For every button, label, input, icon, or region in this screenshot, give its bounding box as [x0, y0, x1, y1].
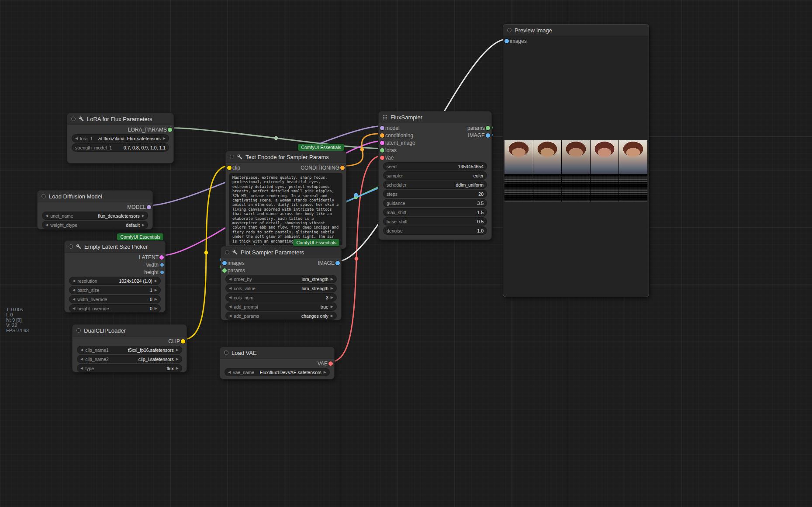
combo-next-icon[interactable]: ▶ [155, 298, 157, 301]
widget-scheduler[interactable]: scheduler ddim_uniform [383, 181, 487, 189]
output-port-vae[interactable] [328, 361, 333, 366]
widget-clip-name2[interactable]: ◀ clip_name2 clip_l.safetensors ▶ [77, 355, 182, 363]
node-header[interactable]: Plot Sampler Parameters [221, 247, 341, 258]
widget-max-shift[interactable]: max_shift 1.5 [383, 208, 487, 216]
node-header[interactable]: LoRA for Flux Parameters [67, 113, 173, 125]
widget-denoise[interactable]: denoise 1.0 [383, 226, 487, 235]
input-port-clip[interactable] [227, 166, 232, 170]
node-status-dot[interactable] [224, 351, 228, 355]
widget-guidance[interactable]: guidance 3.5 [383, 199, 487, 207]
prompt-textarea[interactable]: Masterpiece, extreme quality, sharp focu… [229, 173, 342, 245]
node-text-encode-for-sampler-params[interactable]: ComfyUI Essentials Text Encode for Sampl… [225, 151, 346, 249]
combo-next-icon[interactable]: ▶ [331, 296, 333, 299]
link-midpoint-dot[interactable] [354, 193, 358, 197]
combo-next-icon[interactable]: ▶ [324, 371, 326, 374]
combo-prev-icon[interactable]: ◀ [80, 358, 83, 361]
link-midpoint-dot[interactable] [274, 136, 278, 140]
combo-next-icon[interactable]: ▶ [331, 278, 333, 281]
combo-next-icon[interactable]: ▶ [155, 288, 157, 292]
node-status-dot[interactable] [71, 117, 76, 121]
node-header[interactable]: Load VAE [220, 347, 334, 359]
output-port-height[interactable] [160, 271, 164, 274]
combo-next-icon[interactable]: ▶ [331, 287, 333, 290]
combo-next-icon[interactable]: ▶ [176, 348, 179, 352]
combo-next-icon[interactable]: ▶ [331, 305, 333, 309]
output-port-conditioning[interactable] [340, 166, 345, 170]
node-status-dot[interactable] [69, 244, 73, 249]
output-port-params[interactable] [486, 126, 490, 130]
node-load-diffusion-model[interactable]: Load Diffusion Model MODEL ◀ unet_name f… [37, 190, 153, 229]
output-port-latent[interactable] [159, 255, 164, 260]
widget-type[interactable]: ◀ type flux ▶ [77, 364, 182, 372]
graph-canvas[interactable]: LoRA for Flux Parameters LORA_PARAMS ◀ l… [0, 0, 812, 507]
widget-seed[interactable]: seed 1454454654 [383, 162, 487, 170]
combo-next-icon[interactable]: ▶ [142, 223, 145, 227]
combo-prev-icon[interactable]: ◀ [229, 296, 232, 299]
node-header[interactable]: FluxSampler [379, 111, 491, 123]
input-port-vae[interactable] [380, 156, 384, 160]
node-header[interactable]: Preview Image [503, 24, 649, 36]
widget-unet-name[interactable]: ◀ unet_name flux_dev.safetensors ▶ [42, 212, 148, 220]
combo-next-icon[interactable]: ▶ [142, 214, 145, 218]
combo-prev-icon[interactable]: ◀ [229, 278, 232, 281]
link-midpoint-dot[interactable] [204, 251, 208, 255]
widget-strength-model-1[interactable]: strength_model_1 0.7, 0.8, 0.9, 1.0, 1.1 [72, 143, 169, 152]
combo-next-icon[interactable]: ▶ [155, 307, 157, 310]
node-fluxsampler[interactable]: FluxSampler model params conditioning IM… [378, 111, 492, 240]
widget-sampler[interactable]: sampler euler [383, 171, 487, 180]
input-port-params[interactable] [222, 268, 227, 273]
input-port-latent-image[interactable] [380, 141, 384, 145]
node-status-dot[interactable] [41, 194, 46, 198]
combo-next-icon[interactable]: ▶ [331, 314, 333, 318]
combo-prev-icon[interactable]: ◀ [73, 288, 75, 292]
node-dualcliploader[interactable]: DualCLIPLoader CLIP ◀ clip_name1 t5xxl_f… [72, 324, 187, 372]
node-status-dot[interactable] [225, 250, 229, 254]
combo-next-icon[interactable]: ▶ [155, 279, 157, 283]
node-header[interactable]: Text Encode for Sampler Params [226, 151, 346, 163]
widget-base-shift[interactable]: base_shift 0.5 [383, 217, 487, 226]
widget-clip-name1[interactable]: ◀ clip_name1 t5xxl_fp16.safetensors ▶ [77, 346, 182, 354]
widget-lora-1[interactable]: ◀ lora_1 zil flux\Zilaria_Flux.safetenso… [72, 134, 169, 142]
link-midpoint-dot[interactable] [360, 148, 364, 152]
combo-prev-icon[interactable]: ◀ [73, 279, 75, 283]
widget-vae-name[interactable]: ◀ vae_name Flux\flux1DevVAE.safetensors … [225, 368, 330, 376]
node-load-vae[interactable]: Load VAE VAE ◀ vae_name Flux\flux1DevVAE… [220, 347, 335, 379]
output-port-lora-params[interactable] [168, 128, 172, 132]
combo-prev-icon[interactable]: ◀ [45, 223, 48, 227]
node-status-dot[interactable] [507, 28, 511, 32]
combo-prev-icon[interactable]: ◀ [80, 348, 83, 352]
widget-add-params[interactable]: ◀ add_params changes only ▶ [225, 312, 337, 320]
node-header[interactable]: Load Diffusion Model [38, 191, 152, 202]
widget-resolution[interactable]: ◀ resolution 1024x1024 (1.0) ▶ [69, 277, 161, 285]
node-empty-latent-size-picker[interactable]: ComfyUI Essentials Empty Latent Size Pic… [64, 240, 166, 313]
combo-prev-icon[interactable]: ◀ [229, 314, 232, 318]
combo-prev-icon[interactable]: ◀ [80, 367, 83, 370]
node-preview-image[interactable]: Preview Image images [503, 24, 649, 297]
link-midpoint-dot[interactable] [354, 195, 358, 199]
combo-prev-icon[interactable]: ◀ [45, 214, 48, 218]
combo-next-icon[interactable]: ▶ [176, 358, 179, 361]
combo-prev-icon[interactable]: ◀ [73, 307, 75, 310]
widget-order-by[interactable]: ◀ order_by lora_strength ▶ [225, 275, 337, 283]
widget-batch-size[interactable]: ◀ batch_size 1 ▶ [69, 286, 161, 294]
output-port-clip[interactable] [181, 339, 185, 344]
input-port-model[interactable] [380, 126, 384, 130]
output-port-image[interactable] [335, 261, 340, 265]
output-port-image[interactable] [486, 133, 490, 138]
input-port-loras[interactable] [380, 148, 384, 153]
widget-cols-num[interactable]: ◀ cols_num 3 ▶ [225, 293, 337, 302]
widget-width-override[interactable]: ◀ width_override 0 ▶ [69, 295, 161, 303]
input-port-conditioning[interactable] [380, 133, 384, 138]
input-port-images[interactable] [222, 261, 227, 265]
combo-next-icon[interactable]: ▶ [163, 137, 166, 140]
link-midpoint-dot[interactable] [355, 257, 359, 261]
preview-image-grid[interactable] [504, 140, 647, 201]
combo-prev-icon[interactable]: ◀ [228, 371, 231, 374]
node-status-dot[interactable] [230, 155, 234, 159]
widget-weight-dtype[interactable]: ◀ weight_dtype default ▶ [42, 221, 148, 229]
node-lora-for-flux-parameters[interactable]: LoRA for Flux Parameters LORA_PARAMS ◀ l… [67, 113, 174, 163]
combo-prev-icon[interactable]: ◀ [229, 287, 232, 290]
output-port-width[interactable] [160, 263, 164, 267]
combo-prev-icon[interactable]: ◀ [229, 305, 232, 309]
widget-steps[interactable]: steps 20 [383, 190, 487, 198]
